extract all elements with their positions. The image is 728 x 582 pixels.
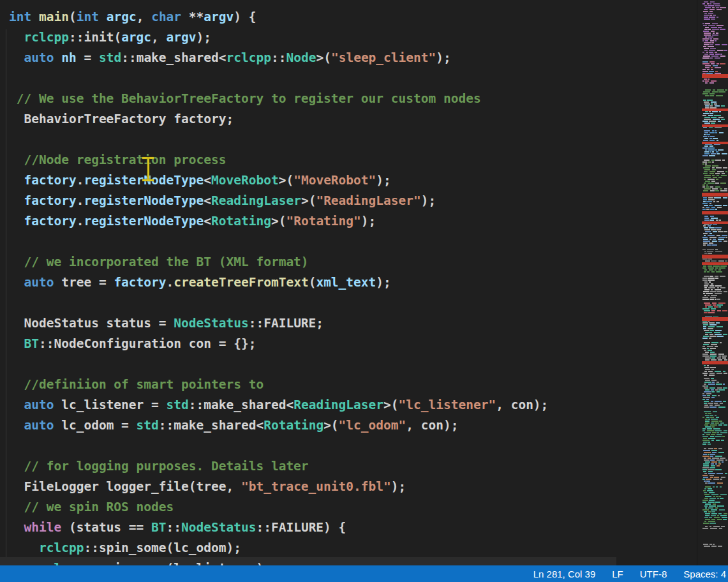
status-bar: Ln 281, Col 39 LF UTF-8 Spaces: 4 — [0, 565, 728, 582]
code-token: auto — [24, 275, 54, 290]
code-token: = — [77, 50, 99, 65]
code-token: ( — [69, 10, 77, 24]
code-token: auto — [24, 398, 54, 412]
code-token: < — [204, 173, 211, 188]
code-token: std — [99, 50, 121, 65]
code-token: ReadingLaser — [211, 193, 301, 208]
code-token: lc_listener = — [54, 398, 166, 412]
code-token: . — [77, 193, 84, 208]
code-line[interactable] — [0, 354, 697, 375]
code-token: tree = — [54, 275, 114, 290]
code-token: . — [77, 173, 84, 188]
code-line[interactable]: FileLogger logger_file(tree, "bt_trace_u… — [0, 477, 697, 497]
code-token: , — [151, 30, 166, 45]
code-line[interactable]: factory.registerNodeType<Rotating>("Rota… — [0, 211, 697, 232]
code-token: ); — [421, 193, 436, 208]
code-token: ::make_shared< — [159, 418, 264, 433]
code-token: . — [167, 275, 174, 290]
code-token: , con); — [496, 398, 548, 412]
code-token — [9, 193, 24, 208]
code-token: rclcpp — [227, 50, 271, 65]
ibeam-cursor-icon — [142, 157, 154, 181]
code-token: ) { — [234, 10, 256, 24]
status-eol[interactable]: LF — [612, 569, 623, 579]
code-token: ); — [197, 30, 211, 45]
code-token: argc — [121, 30, 151, 45]
code-token: BT — [151, 520, 166, 535]
status-encoding[interactable]: UTF-8 — [640, 569, 667, 579]
code-token: lc_odom = — [54, 418, 136, 433]
code-line[interactable]: BT::NodeConfiguration con = {}; — [0, 334, 697, 354]
code-token: "MoveRobot" — [293, 173, 376, 188]
code-line[interactable]: // for logging purposes. Details later — [0, 456, 697, 477]
code-token: >( — [301, 193, 316, 208]
code-token: Rotating — [211, 214, 271, 228]
code-token: ); — [391, 479, 406, 494]
code-token: argv — [204, 10, 234, 24]
code-line[interactable]: // We use the BehaviorTreeFactory to reg… — [0, 89, 697, 109]
code-line[interactable] — [0, 436, 697, 456]
code-line[interactable]: auto nh = std::make_shared<rclcpp::Node>… — [0, 48, 697, 68]
code-line[interactable]: BehaviorTreeFactory factory; — [0, 109, 697, 130]
code-line[interactable] — [0, 293, 697, 313]
code-token: >( — [383, 398, 398, 412]
code-token: FileLogger logger_file(tree, — [9, 479, 241, 494]
code-token: >( — [323, 418, 338, 433]
code-token: ::make_shared< — [121, 50, 226, 65]
code-line[interactable] — [0, 232, 697, 252]
code-token: factory — [24, 193, 76, 208]
code-token: :: — [167, 520, 181, 535]
code-token: int — [9, 10, 31, 24]
code-token: factory — [24, 173, 76, 188]
code-token: auto — [24, 50, 54, 65]
code-token — [9, 173, 24, 188]
status-line-col[interactable]: Ln 281, Col 39 — [533, 569, 596, 579]
code-line[interactable]: int main(int argc, char **argv) { — [0, 7, 697, 27]
code-area[interactable]: int main(int argc, char **argv) { rclcpp… — [0, 7, 697, 579]
code-line[interactable]: auto tree = factory.createTreeFromText(x… — [0, 272, 697, 293]
code-token: >( — [279, 173, 293, 188]
code-token: (status == — [61, 520, 151, 535]
code-token: registerNodeType — [84, 214, 204, 228]
code-line[interactable]: // we incorporated the BT (XML format) — [0, 252, 697, 272]
code-line[interactable]: auto lc_odom = std::make_shared<Rotating… — [0, 415, 697, 436]
code-token — [9, 30, 24, 45]
code-token: argc — [107, 10, 137, 24]
code-line[interactable]: auto lc_listener = std::make_shared<Read… — [0, 395, 697, 415]
code-line[interactable] — [0, 68, 697, 89]
code-token: "lc_listener" — [399, 398, 496, 412]
code-token: "Rotating" — [286, 214, 360, 228]
code-token: :: — [271, 50, 286, 65]
code-token: ); — [361, 214, 376, 228]
code-line[interactable]: //Node registration process — [0, 150, 697, 170]
code-line[interactable] — [0, 130, 697, 150]
code-token: "sleep_client" — [331, 50, 436, 65]
code-token: ); — [376, 173, 390, 188]
code-token: xml_text — [316, 275, 376, 290]
code-line[interactable]: factory.registerNodeType<ReadingLaser>("… — [0, 191, 697, 211]
code-line[interactable]: //definiion of smart pointers to — [0, 375, 697, 395]
status-indentation[interactable]: Spaces: 4 — [683, 569, 726, 579]
editor-pane[interactable]: int main(int argc, char **argv) { rclcpp… — [0, 0, 728, 582]
code-token — [9, 50, 24, 65]
code-line[interactable]: // we spin ROS nodes — [0, 497, 697, 518]
code-token: ReadingLaser — [293, 398, 383, 412]
code-line[interactable]: factory.registerNodeType<MoveRobot>("Mov… — [0, 170, 697, 191]
minimap[interactable] — [702, 0, 728, 582]
code-token: "bt_trace_unit0.fbl" — [241, 479, 391, 494]
code-token: Node — [286, 50, 316, 65]
code-line[interactable]: rclcpp::init(argc, argv); — [0, 27, 697, 48]
code-line[interactable]: NodeStatus status = NodeStatus::FAILURE; — [0, 313, 697, 334]
code-token — [9, 275, 24, 290]
code-token: //Node registration process — [9, 153, 226, 167]
code-token: >( — [271, 214, 286, 228]
status-bar-right-group: Ln 281, Col 39 LF UTF-8 Spaces: 4 — [533, 569, 728, 579]
code-line[interactable]: while (status == BT::NodeStatus::FAILURE… — [0, 518, 697, 538]
code-token: MoveRobot — [211, 173, 279, 188]
code-token: factory — [24, 214, 76, 228]
code-token: ::make_shared< — [189, 398, 293, 412]
code-token: Rotating — [264, 418, 323, 433]
code-token: std — [167, 398, 189, 412]
code-line[interactable]: rclcpp::spin_some(lc_odom); — [0, 538, 697, 558]
code-token — [99, 10, 107, 24]
